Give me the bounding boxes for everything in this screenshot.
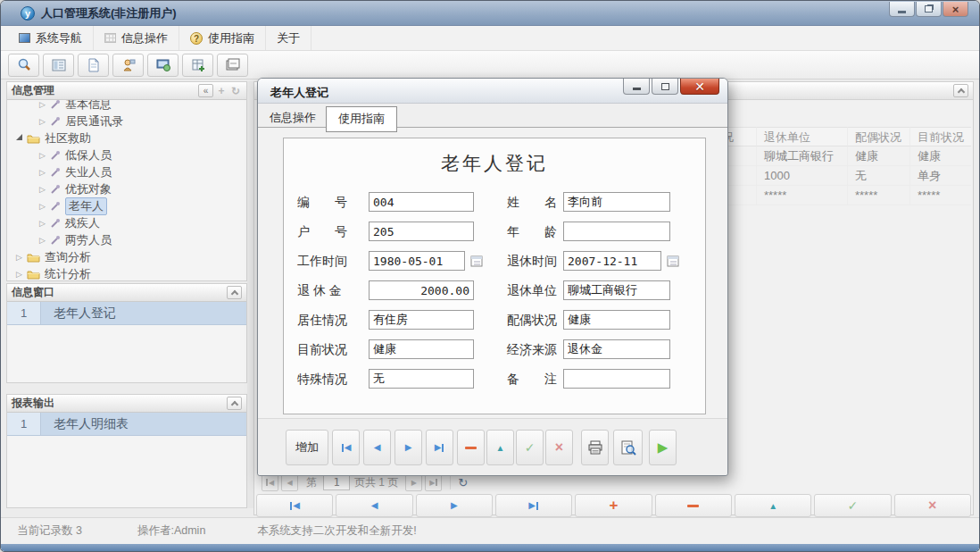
last-record-button[interactable]: ▶ — [426, 430, 453, 465]
tree-folder-query-analysis[interactable]: ▷ 查询分析 — [7, 248, 246, 265]
pension-field[interactable] — [369, 280, 474, 300]
tab-info-ops[interactable]: 信息操作 — [270, 110, 316, 126]
first-record-button[interactable]: ◀ — [332, 430, 360, 465]
insert-record-button[interactable]: + — [575, 494, 652, 517]
col-retire-unit[interactable]: 退休单位 — [756, 127, 847, 146]
dialog-titlebar[interactable]: 老年人登记 ✕ — [258, 79, 727, 104]
dialog-minimize-button[interactable] — [623, 79, 650, 95]
household-field[interactable] — [369, 222, 474, 241]
cancel-record-button[interactable]: × — [545, 430, 573, 465]
tree-item-directory[interactable]: ▷ 居民通讯录 — [7, 113, 246, 130]
tab-guide[interactable]: 使用指南 — [326, 106, 397, 132]
leaf-icon — [50, 184, 61, 195]
expand-icon[interactable]: ▷ — [39, 117, 50, 126]
page-number-input[interactable] — [323, 474, 350, 490]
print-button[interactable] — [581, 430, 609, 465]
sidebar-splitter[interactable] — [247, 81, 253, 508]
expand-icon[interactable]: ▷ — [39, 100, 50, 109]
run-button[interactable]: ▶ — [649, 430, 677, 465]
remark-field[interactable] — [563, 369, 670, 389]
next-record-button[interactable]: ▶ — [416, 494, 493, 517]
menu-about[interactable]: 关于 — [266, 26, 311, 50]
collapse-left-icon[interactable]: « — [198, 84, 213, 97]
help-icon: ? — [190, 32, 203, 45]
close-button[interactable]: × — [943, 2, 968, 17]
delete-record-button[interactable] — [655, 494, 732, 517]
post-record-button[interactable]: ✓ — [814, 494, 891, 517]
edit-record-button[interactable]: ▲ — [735, 494, 811, 517]
tree-item-basic-info[interactable]: ▷ 基本信息 — [7, 100, 246, 113]
add-button[interactable]: 增加 — [286, 430, 328, 465]
special-field[interactable] — [369, 369, 474, 389]
refresh-icon[interactable]: ↻ — [229, 85, 242, 97]
retire-date-field[interactable] — [563, 251, 661, 271]
search-button[interactable] — [8, 54, 39, 77]
minimize-button[interactable] — [889, 2, 915, 17]
expand-icon[interactable]: ▷ — [16, 270, 27, 279]
menu-info-ops[interactable]: 信息操作 — [94, 26, 179, 50]
edit-record-button[interactable]: ▲ — [486, 430, 514, 465]
monitor-button[interactable] — [147, 54, 179, 77]
spouse-field[interactable] — [563, 310, 670, 330]
cancel-record-button[interactable]: × — [894, 494, 971, 517]
tree-folder-stat-analysis[interactable]: ▷ 统计分析 — [7, 265, 246, 280]
person-button[interactable] — [112, 54, 144, 77]
current-status-field[interactable] — [369, 339, 474, 359]
print-preview-button[interactable] — [613, 430, 643, 465]
expand-icon[interactable]: ▷ — [39, 168, 50, 177]
first-record-button[interactable]: ◀ — [256, 494, 333, 517]
col-current[interactable]: 目前状况 — [909, 127, 971, 146]
retire-unit-field[interactable] — [563, 280, 670, 300]
menu-system-nav[interactable]: 系统导航 — [8, 26, 94, 50]
tree-folder-community-aid[interactable]: 社区救助 — [7, 130, 246, 146]
expand-icon[interactable]: ▷ — [16, 253, 27, 262]
tree-item-disabled[interactable]: ▷ 残疾人 — [7, 214, 246, 231]
calendar-icon[interactable] — [667, 255, 679, 268]
expand-icon[interactable]: ▷ — [39, 236, 50, 245]
tree-item-unemployed[interactable]: ▷ 失业人员 — [7, 163, 246, 180]
collapse-expanded-icon[interactable] — [16, 134, 22, 140]
tree-item-elderly[interactable]: ▷ 老年人 — [7, 197, 246, 214]
collapse-up-icon[interactable] — [227, 286, 242, 299]
expand-icon[interactable]: ▷ — [39, 185, 50, 194]
first-page-button[interactable]: ◀ — [262, 474, 278, 491]
expand-icon[interactable]: ▷ — [39, 151, 50, 160]
last-page-button[interactable]: ▶ — [425, 474, 442, 491]
report-output-item[interactable]: 1 老年人明细表 — [7, 413, 246, 436]
next-page-button[interactable]: ▶ — [405, 474, 422, 491]
next-record-button[interactable]: ▶ — [394, 430, 422, 465]
prev-record-button[interactable]: ◀ — [336, 494, 412, 517]
dialog-maximize-button[interactable] — [652, 79, 678, 95]
info-window-item[interactable]: 1 老年人登记 — [7, 302, 246, 325]
dialog-close-button[interactable]: ✕ — [680, 79, 719, 95]
prev-page-button[interactable]: ◀ — [281, 474, 298, 491]
refresh-icon[interactable]: ↻ — [458, 476, 468, 489]
document-button[interactable] — [78, 54, 109, 77]
menu-guide[interactable]: ? 使用指南 — [179, 26, 266, 50]
col-spouse[interactable]: 配偶状况 — [847, 127, 909, 146]
add-icon[interactable]: + — [215, 85, 228, 97]
export-button[interactable] — [217, 54, 248, 77]
last-record-button[interactable]: ▶ — [495, 494, 572, 517]
tree-item-veterans[interactable]: ▷ 优抚对象 — [7, 180, 246, 197]
expand-icon[interactable]: ▷ — [39, 202, 50, 211]
collapse-up-icon[interactable] — [953, 84, 968, 97]
age-field[interactable] — [563, 222, 670, 241]
form-row: 编 号 姓 名 — [284, 192, 705, 213]
work-date-field[interactable] — [369, 251, 465, 271]
income-source-field[interactable] — [563, 339, 670, 359]
delete-record-button[interactable] — [457, 430, 485, 465]
form-button[interactable] — [43, 54, 74, 77]
database-add-button[interactable] — [182, 54, 213, 77]
tree-item-lowincome[interactable]: ▷ 低保人员 — [7, 146, 246, 163]
restore-button[interactable] — [916, 2, 942, 17]
living-field[interactable] — [369, 310, 474, 330]
post-record-button[interactable]: ✓ — [516, 430, 544, 465]
collapse-up-icon[interactable] — [227, 397, 242, 410]
expand-icon[interactable]: ▷ — [39, 219, 50, 228]
prev-record-button[interactable]: ◀ — [363, 430, 391, 465]
name-field[interactable] — [563, 192, 670, 212]
id-field[interactable] — [369, 192, 474, 212]
tree-item-twolabor[interactable]: ▷ 两劳人员 — [7, 231, 246, 248]
calendar-icon[interactable] — [470, 255, 483, 268]
